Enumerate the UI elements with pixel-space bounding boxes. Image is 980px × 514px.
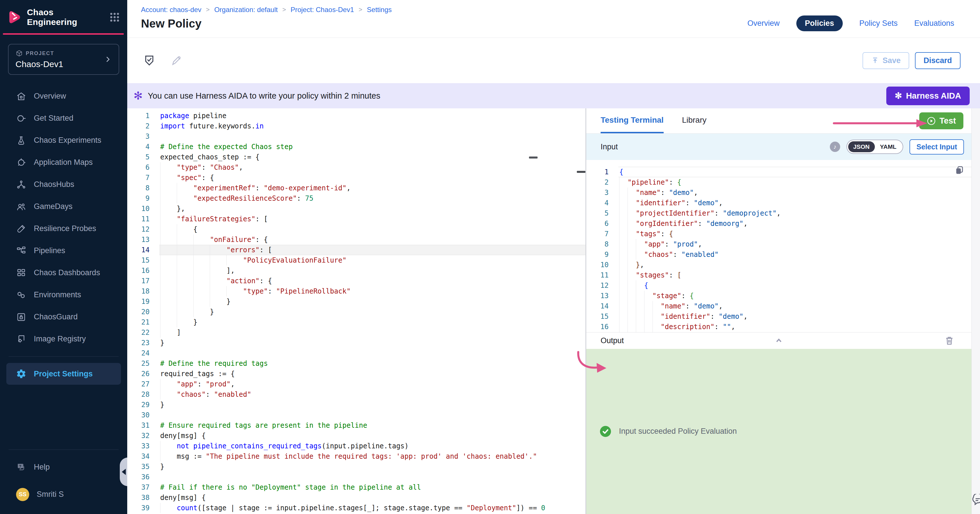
code-line[interactable]: 3	[127, 131, 585, 142]
code-line[interactable]: 9 "chaos": "enabled"	[586, 250, 971, 260]
help-button[interactable]: ? Help	[0, 456, 127, 478]
code-line[interactable]: 29}	[127, 399, 585, 410]
sidebar-item-chaoshubs[interactable]: ChaosHubs	[0, 173, 127, 196]
discard-button[interactable]: Discard	[915, 52, 961, 69]
code-line[interactable]: 8 "app": "prod",	[586, 239, 971, 250]
code-line[interactable]: 28 "chaos": "enabled"	[127, 389, 585, 399]
code-line[interactable]: 16 ],	[127, 266, 585, 276]
code-line[interactable]: 4# Define the expected Chaos step	[127, 142, 585, 152]
sidebar-item-chaosguard[interactable]: ChaosGuard	[0, 306, 127, 328]
code-line[interactable]: 25# Define the required tags	[127, 358, 585, 369]
sidebar-item-gamedays[interactable]: GameDays	[0, 196, 127, 218]
code-line[interactable]: 15 "identifier": "demo",	[586, 311, 971, 321]
code-line[interactable]: 8 "experimentRef": "demo-experiment-id",	[127, 183, 585, 193]
code-line[interactable]: 23}	[127, 338, 585, 348]
code-line[interactable]: 5 "projectIdentifier": "demoproject",	[586, 208, 971, 218]
format-option-yaml[interactable]: YAML	[875, 141, 902, 152]
breadcrumb-item[interactable]: Settings	[367, 6, 392, 14]
prettify-icon[interactable]: ♪	[830, 142, 840, 152]
sidebar-item-environments[interactable]: Environments	[0, 284, 127, 306]
code-line[interactable]: 35}	[127, 461, 585, 472]
tab-policies[interactable]: Policies	[796, 16, 843, 31]
sidebar-item-project-settings[interactable]: Project Settings	[6, 363, 121, 385]
code-line[interactable]: 21 }	[127, 317, 585, 327]
tab-evaluations[interactable]: Evaluations	[914, 16, 954, 31]
test-button[interactable]: Test	[919, 112, 963, 129]
code-line[interactable]: 16 "description": "",	[586, 321, 971, 332]
code-line[interactable]: 10 },	[127, 204, 585, 214]
code-line[interactable]: 2 "pipeline": {	[586, 177, 971, 188]
edit-pencil-icon[interactable]	[171, 54, 183, 67]
code-line[interactable]: 11 "stages": [	[586, 270, 971, 280]
code-line[interactable]: 1{	[586, 167, 971, 177]
code-line[interactable]: 13 "stage": {	[586, 291, 971, 301]
select-input-button[interactable]: Select Input	[910, 139, 964, 154]
tab-testing-terminal[interactable]: Testing Terminal	[601, 108, 663, 133]
code-line[interactable]: 2import future.keywords.in	[127, 121, 585, 131]
copy-icon[interactable]	[954, 165, 965, 176]
harness-aida-button[interactable]: ✻ Harness AIDA	[886, 87, 970, 105]
code-line[interactable]: 3 "name": "demo",	[586, 188, 971, 198]
code-line[interactable]: 9 "expectedResilienceScore": 75	[127, 193, 585, 204]
code-line[interactable]: 7 "tags": {	[586, 229, 971, 239]
code-line[interactable]: 6 "type": "Chaos",	[127, 162, 585, 173]
tab-overview[interactable]: Overview	[747, 16, 780, 31]
sidebar-item-chaos-experiments[interactable]: Chaos Experiments	[0, 129, 127, 151]
code-line[interactable]: 15 "PolicyEvaluationFailure"	[127, 255, 585, 266]
code-line[interactable]: 12 {	[586, 280, 971, 291]
breadcrumb-item[interactable]: Account: chaos-dev	[141, 6, 202, 14]
sidebar-item-chaos-dashboards[interactable]: Chaos Dashboards	[0, 262, 127, 284]
code-line[interactable]: 30	[127, 410, 585, 420]
sidebar-item-get-started[interactable]: Get Started	[0, 107, 127, 129]
policy-code-editor[interactable]: 1package pipeline2import future.keywords…	[127, 108, 585, 514]
code-line[interactable]: 20 }	[127, 307, 585, 317]
code-line[interactable]: 1package pipeline	[127, 111, 585, 121]
format-toggle[interactable]: JSONYAML	[846, 140, 904, 154]
breadcrumb-item[interactable]: Organization: default	[214, 6, 278, 14]
code-line[interactable]: 34 msg := "The pipeline must include the…	[127, 451, 585, 461]
code-line[interactable]: 19 }	[127, 296, 585, 307]
code-line[interactable]: 14 "errors": [	[127, 245, 585, 255]
tab-policy-sets[interactable]: Policy Sets	[859, 16, 898, 31]
sidebar-item-image-registry[interactable]: Image Registry	[0, 328, 127, 350]
code-line[interactable]: 11 "failureStrategies": [	[127, 214, 585, 224]
code-line[interactable]: 7 "spec": {	[127, 173, 585, 183]
module-switcher-icon[interactable]	[109, 11, 120, 23]
code-line[interactable]: 39 count([stage | stage := input.pipelin…	[127, 503, 585, 513]
code-line[interactable]: 27 "app": "prod",	[127, 379, 585, 389]
code-line[interactable]: 5expected_chaos_step := {	[127, 152, 585, 162]
input-json-editor[interactable]: 1{2 "pipeline": {3 "name": "demo",4 "ide…	[586, 167, 971, 332]
code-line[interactable]: 31# Ensure required tags are present in …	[127, 420, 585, 431]
trash-icon[interactable]	[944, 335, 955, 346]
code-line[interactable]: 17 "action": {	[127, 276, 585, 286]
code-line[interactable]: 13 "onFailure": {	[127, 234, 585, 245]
breadcrumb-item[interactable]: Project: Chaos-Dev1	[291, 6, 354, 14]
sidebar-item-application-maps[interactable]: Application Maps	[0, 151, 127, 173]
code-line[interactable]: 6 "orgIdentifier": "demoorg",	[586, 218, 971, 229]
code-line[interactable]: 38deny[msg] {	[127, 492, 585, 503]
code-line[interactable]: 32deny[msg] {	[127, 431, 585, 441]
code-line[interactable]: 26required_tags := {	[127, 369, 585, 379]
format-option-json[interactable]: JSON	[848, 141, 875, 152]
code-line[interactable]: 14 "name": "demo",	[586, 301, 971, 311]
code-line[interactable]: 12 {	[127, 224, 585, 234]
code-line[interactable]: 33 not pipeline_contains_required_tags(i…	[127, 441, 585, 451]
project-selector[interactable]: PROJECT Chaos-Dev1	[8, 44, 119, 75]
save-button[interactable]: Save	[862, 52, 909, 69]
shield-check-icon[interactable]	[143, 54, 156, 67]
sidebar-item-pipelines[interactable]: Pipelines	[0, 240, 127, 262]
tab-library[interactable]: Library	[682, 108, 706, 133]
collapse-sidebar-button[interactable]	[120, 458, 128, 486]
code-line[interactable]: 37# Fail if there is no "Deployment" sta…	[127, 482, 585, 492]
split-drag-handle[interactable]	[577, 171, 585, 173]
chevron-up-icon[interactable]	[773, 335, 784, 346]
sidebar-item-overview[interactable]: Overview	[0, 85, 127, 107]
code-line[interactable]: 24	[127, 348, 585, 358]
code-line[interactable]: 10 },	[586, 260, 971, 270]
code-line[interactable]: 36	[127, 472, 585, 482]
code-line[interactable]: 18 "type": "PipelineRollback"	[127, 286, 585, 296]
sidebar-item-resilience-probes[interactable]: Resilience Probes	[0, 218, 127, 240]
code-line[interactable]: 4 "identifier": "demo",	[586, 198, 971, 208]
user-menu[interactable]: SS Smriti S	[0, 483, 127, 505]
support-chat-icon[interactable]	[971, 494, 980, 506]
